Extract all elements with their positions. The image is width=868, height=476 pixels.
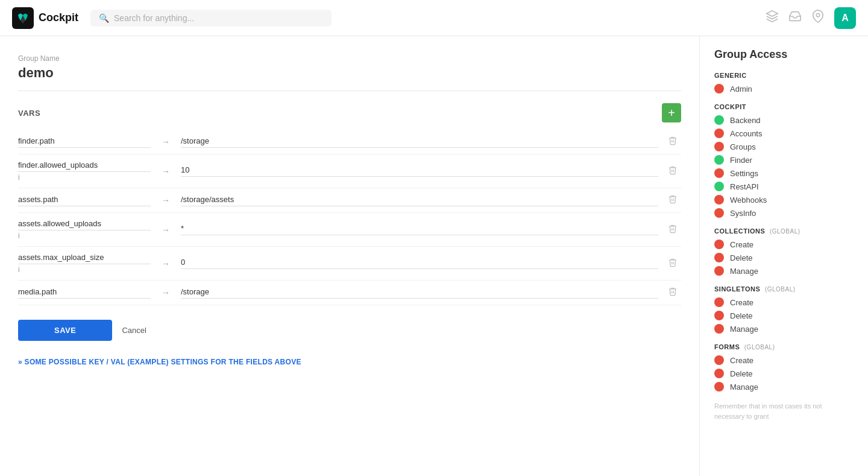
header-actions: A xyxy=(766,7,856,29)
section-title-3: SINGLETONS (GLOBAL) xyxy=(714,285,854,293)
access-label-1-1: Accounts xyxy=(730,129,762,138)
layers-icon[interactable] xyxy=(766,10,779,26)
access-label-3-0: Create xyxy=(730,298,753,307)
status-dot-3-0 xyxy=(714,297,724,307)
arrow-icon-2: → xyxy=(157,195,175,205)
access-item-1-3[interactable]: Finder xyxy=(714,155,854,165)
access-item-3-1[interactable]: Delete xyxy=(714,311,854,320)
global-tag: (GLOBAL) xyxy=(765,286,796,293)
search-icon: 🔍 xyxy=(99,13,109,23)
delete-var-button-3[interactable] xyxy=(664,224,681,236)
access-item-2-0[interactable]: Create xyxy=(714,240,854,249)
access-label-1-4: Settings xyxy=(730,169,758,178)
delete-var-button-4[interactable] xyxy=(664,258,681,270)
access-label-1-7: SysInfo xyxy=(730,209,756,218)
save-button[interactable]: SAVE xyxy=(18,320,112,341)
access-section-2: COLLECTIONS (GLOBAL) Create Delete Manag… xyxy=(714,227,854,276)
var-val-4: 0 xyxy=(181,258,658,269)
var-val-col-1: 10 xyxy=(181,165,658,177)
access-item-4-0[interactable]: Create xyxy=(714,355,854,365)
access-label-1-2: Groups xyxy=(730,142,756,151)
status-dot-4-1 xyxy=(714,369,724,378)
status-dot-1-6 xyxy=(714,195,724,205)
access-item-3-0[interactable]: Create xyxy=(714,297,854,307)
access-item-1-7[interactable]: SysInfo xyxy=(714,208,854,218)
delete-var-button-2[interactable] xyxy=(664,194,681,206)
main-layout: Group Name demo VARS + finder.path → /st… xyxy=(0,36,868,476)
var-val-0: /storage xyxy=(181,136,658,148)
var-key-4: assets.max_upload_size xyxy=(18,253,151,264)
status-dot-1-4 xyxy=(714,168,724,178)
var-key-col-2: assets.path xyxy=(18,195,151,206)
var-info-1: i xyxy=(18,173,20,182)
section-title-2: COLLECTIONS (GLOBAL) xyxy=(714,227,854,235)
form-actions: SAVE Cancel xyxy=(18,320,681,341)
access-item-1-6[interactable]: Webhooks xyxy=(714,195,854,205)
var-info-4: i xyxy=(18,265,20,274)
section-title-0: GENERIC xyxy=(714,72,854,79)
var-key-col-5: media.path xyxy=(18,287,151,299)
status-dot-1-3 xyxy=(714,155,724,165)
access-item-0-0[interactable]: Admin xyxy=(714,84,854,94)
var-key-col-0: finder.path xyxy=(18,136,151,148)
group-access-sidebar: Group Access GENERIC Admin COCKPIT Backe… xyxy=(699,36,868,476)
access-item-3-2[interactable]: Manage xyxy=(714,324,854,334)
arrow-icon-5: → xyxy=(157,288,175,297)
var-val-1: 10 xyxy=(181,165,658,177)
section-title-4: FORMS (GLOBAL) xyxy=(714,343,854,351)
status-dot-1-0 xyxy=(714,115,724,125)
access-item-4-2[interactable]: Manage xyxy=(714,382,854,392)
group-name-value: demo xyxy=(18,65,681,91)
status-dot-1-1 xyxy=(714,129,724,138)
cancel-button[interactable]: Cancel xyxy=(122,326,146,335)
inbox-icon[interactable] xyxy=(788,10,802,26)
status-dot-2-1 xyxy=(714,253,724,262)
access-item-4-1[interactable]: Delete xyxy=(714,369,854,378)
var-key-col-4: assets.max_upload_size i xyxy=(18,253,151,274)
var-val-col-4: 0 xyxy=(181,258,658,269)
user-avatar[interactable]: A xyxy=(834,7,856,29)
status-dot-4-2 xyxy=(714,382,724,392)
var-key-col-3: assets.allowed_uploads i xyxy=(18,219,151,240)
status-dot-3-1 xyxy=(714,311,724,320)
app-name: Cockpit xyxy=(39,11,78,24)
status-dot-0-0 xyxy=(714,84,724,94)
access-item-2-2[interactable]: Manage xyxy=(714,266,854,276)
svg-marker-1 xyxy=(767,11,778,16)
status-dot-2-2 xyxy=(714,266,724,276)
var-key-1: finder.allowed_uploads xyxy=(18,160,151,172)
access-item-2-1[interactable]: Delete xyxy=(714,253,854,262)
arrow-icon-4: → xyxy=(157,259,175,268)
access-item-1-0[interactable]: Backend xyxy=(714,115,854,125)
access-sections: GENERIC Admin COCKPIT Backend Accounts G… xyxy=(714,72,854,392)
global-tag: (GLOBAL) xyxy=(744,344,775,351)
delete-var-button-1[interactable] xyxy=(664,165,681,177)
access-item-1-2[interactable]: Groups xyxy=(714,142,854,151)
access-label-1-0: Backend xyxy=(730,116,761,125)
app-logo[interactable]: Cockpit xyxy=(12,7,78,29)
search-bar[interactable]: 🔍 Search for anything... xyxy=(90,10,332,27)
var-row: finder.allowed_uploads i → 10 xyxy=(18,154,681,188)
access-item-1-1[interactable]: Accounts xyxy=(714,129,854,138)
vars-list: finder.path → /storage finder.allowed_up… xyxy=(18,130,681,305)
example-settings-link[interactable]: » SOME POSSIBLE KEY / VAL (EXAMPLE) SETT… xyxy=(18,358,681,366)
pin-icon[interactable] xyxy=(811,10,825,26)
var-row: media.path → /storage xyxy=(18,281,681,305)
add-var-button[interactable]: + xyxy=(662,103,681,122)
var-val-col-0: /storage xyxy=(181,136,658,148)
group-name-label: Group Name xyxy=(18,54,681,63)
access-label-3-2: Manage xyxy=(730,325,758,334)
var-val-5: /storage xyxy=(181,287,658,299)
access-item-1-5[interactable]: RestAPI xyxy=(714,182,854,191)
search-placeholder: Search for anything... xyxy=(114,13,194,23)
status-dot-1-7 xyxy=(714,208,724,218)
access-label-1-5: RestAPI xyxy=(730,182,759,191)
delete-var-button-5[interactable] xyxy=(664,287,681,299)
access-label-2-0: Create xyxy=(730,240,753,249)
access-item-1-4[interactable]: Settings xyxy=(714,168,854,178)
var-val-col-5: /storage xyxy=(181,287,658,299)
delete-var-button-0[interactable] xyxy=(664,136,681,148)
status-dot-1-2 xyxy=(714,142,724,151)
access-label-1-3: Finder xyxy=(730,156,752,165)
global-tag: (GLOBAL) xyxy=(770,228,800,235)
